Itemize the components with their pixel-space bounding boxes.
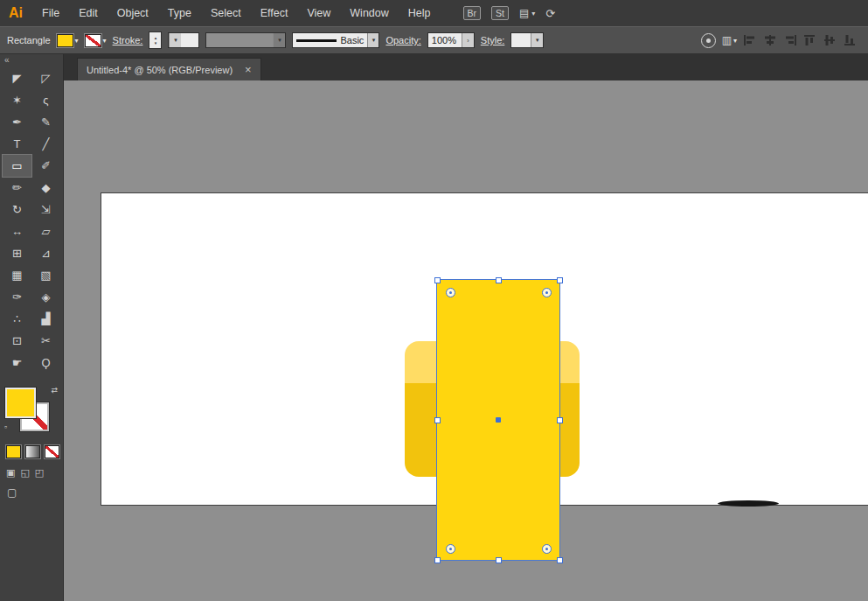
tools-grid: ◤ ◸ ✶ ς ✒ ✎ T ╱ ▭ ✐ — [3, 67, 60, 374]
recolor-artwork-icon[interactable] — [701, 33, 716, 48]
center-anchor-point[interactable] — [496, 417, 501, 423]
align-right-button[interactable] — [783, 34, 797, 46]
fill-color-control[interactable]: ▾ — [57, 34, 79, 47]
vertical-align-group — [803, 34, 858, 46]
menu-file[interactable]: File — [32, 7, 69, 19]
stroke-color-control[interactable]: ▾ — [85, 34, 107, 47]
curvature-tool[interactable]: ✎ — [31, 111, 60, 133]
corner-widget-bottom-left[interactable] — [446, 544, 455, 554]
draw-normal-icon[interactable]: ▣ — [6, 467, 15, 479]
type-tool[interactable]: T — [3, 133, 31, 155]
style-dropdown[interactable]: ▾ — [510, 32, 544, 48]
stock-button[interactable]: St — [491, 6, 509, 20]
zoom-tool[interactable]: Ϙ — [31, 352, 60, 374]
lasso-tool[interactable]: ς — [31, 89, 60, 111]
opacity-value[interactable]: 100% — [428, 35, 462, 45]
rotate-tool[interactable]: ↻ — [3, 199, 31, 220]
align-center-vertical-button[interactable] — [823, 34, 837, 46]
default-fill-stroke-icon[interactable]: ▫ — [4, 423, 7, 431]
brush-definition-dropdown[interactable]: Basic ▾ — [292, 32, 379, 48]
menu-view[interactable]: View — [297, 7, 340, 19]
eyedropper-icon: ✑ — [12, 290, 22, 304]
close-tab-icon[interactable]: × — [245, 64, 252, 75]
align-left-icon — [744, 35, 756, 45]
gradient-button[interactable] — [25, 445, 40, 458]
align-center-horizontal-button[interactable] — [763, 34, 777, 46]
menu-type[interactable]: Type — [158, 7, 201, 19]
align-bottom-button[interactable] — [844, 34, 858, 46]
mesh-tool[interactable]: ▦ — [3, 264, 31, 286]
free-transform-tool[interactable]: ▱ — [31, 220, 60, 242]
handle-middle-right[interactable] — [557, 417, 563, 423]
magic-wand-tool[interactable]: ✶ — [3, 89, 31, 111]
menu-effect[interactable]: Effect — [251, 7, 298, 19]
align-top-button[interactable] — [803, 34, 817, 46]
opacity-label[interactable]: Opacity: — [385, 35, 420, 45]
scale-tool[interactable]: ⇲ — [31, 199, 60, 220]
align-center-horizontal-icon — [764, 35, 776, 45]
stroke-weight-label[interactable]: Stroke: — [113, 35, 143, 45]
symbol-sprayer-tool[interactable]: ∴ — [3, 308, 31, 330]
eraser-tool[interactable]: ◆ — [31, 177, 60, 199]
eyedropper-tool[interactable]: ✑ — [3, 286, 31, 308]
illustrator-logo[interactable]: Ai — [0, 5, 32, 21]
pen-tool[interactable]: ✒ — [3, 111, 31, 133]
menu-edit[interactable]: Edit — [69, 7, 108, 19]
gradient-tool[interactable]: ▧ — [31, 264, 60, 286]
small-dark-ellipse[interactable] — [718, 500, 779, 507]
align-left-button[interactable] — [743, 34, 757, 46]
menu-select[interactable]: Select — [201, 7, 251, 19]
stroke-weight-dropdown[interactable]: ▾ — [168, 32, 199, 48]
rotate-icon: ↻ — [12, 203, 22, 216]
chevron-down-icon[interactable]: ▾ — [531, 33, 543, 47]
handle-top-middle[interactable] — [496, 277, 502, 283]
direct-selection-tool[interactable]: ◸ — [31, 67, 60, 89]
style-label[interactable]: Style: — [481, 35, 505, 45]
artboard-tool[interactable]: ⊡ — [3, 330, 31, 352]
pencil-tool[interactable]: ✏ — [3, 177, 31, 199]
menu-object[interactable]: Object — [108, 7, 158, 19]
handle-bottom-left[interactable] — [434, 557, 441, 563]
opacity-field[interactable]: 100% › — [427, 32, 475, 48]
handle-top-right[interactable] — [557, 277, 563, 283]
handle-middle-left[interactable] — [434, 417, 441, 423]
stroke-weight-stepper[interactable]: ▴ ▾ — [149, 31, 162, 49]
hand-tool[interactable]: ☛ — [3, 352, 31, 374]
slice-tool[interactable]: ✂ — [31, 330, 60, 352]
draw-inside-icon[interactable]: ◰ — [35, 467, 44, 479]
shape-builder-tool[interactable]: ⊞ — [3, 242, 31, 264]
width-tool[interactable]: ↔ — [3, 220, 31, 242]
canvas[interactable] — [64, 80, 868, 601]
menu-window[interactable]: Window — [340, 7, 398, 19]
none-button[interactable] — [45, 445, 59, 458]
chevron-down-icon[interactable]: ▾ — [367, 33, 378, 47]
handle-bottom-right[interactable] — [557, 557, 563, 563]
align-to-dropdown[interactable]: ▥ ▾ — [722, 34, 737, 46]
blend-tool[interactable]: ◈ — [31, 286, 60, 308]
color-button[interactable] — [6, 445, 21, 458]
handle-bottom-middle[interactable] — [496, 557, 502, 563]
corner-widget-top-left[interactable] — [446, 288, 455, 297]
draw-behind-icon[interactable]: ◱ — [20, 467, 29, 479]
chevron-right-icon[interactable]: › — [462, 33, 474, 47]
line-segment-tool[interactable]: ╱ — [31, 133, 60, 155]
stepper-down-icon[interactable]: ▾ — [155, 40, 157, 45]
perspective-grid-tool[interactable]: ⊿ — [31, 242, 60, 264]
sync-icon[interactable]: ⟳ — [545, 7, 555, 20]
fill-swatch[interactable] — [5, 388, 36, 418]
selection-tool[interactable]: ◤ — [3, 67, 31, 89]
menu-help[interactable]: Help — [399, 7, 441, 19]
screen-mode-icon[interactable]: ▢ — [7, 486, 17, 499]
paintbrush-tool[interactable]: ✐ — [31, 155, 60, 177]
document-tab[interactable]: Untitled-4* @ 50% (RGB/Preview) × — [77, 58, 261, 80]
corner-widget-bottom-right[interactable] — [542, 544, 552, 554]
handle-top-left[interactable] — [434, 277, 441, 283]
column-graph-tool[interactable]: ▟ — [31, 308, 60, 330]
collapse-panel-icon[interactable]: « — [4, 55, 10, 65]
rectangle-tool[interactable]: ▭ — [3, 155, 31, 177]
workspace-switcher[interactable]: ▤ ▾ — [519, 7, 535, 19]
corner-widget-top-right[interactable] — [542, 288, 552, 297]
chevron-down-icon[interactable]: ▾ — [169, 33, 181, 47]
swap-fill-stroke-icon[interactable]: ⇄ — [51, 386, 58, 395]
bridge-button[interactable]: Br — [463, 6, 482, 20]
